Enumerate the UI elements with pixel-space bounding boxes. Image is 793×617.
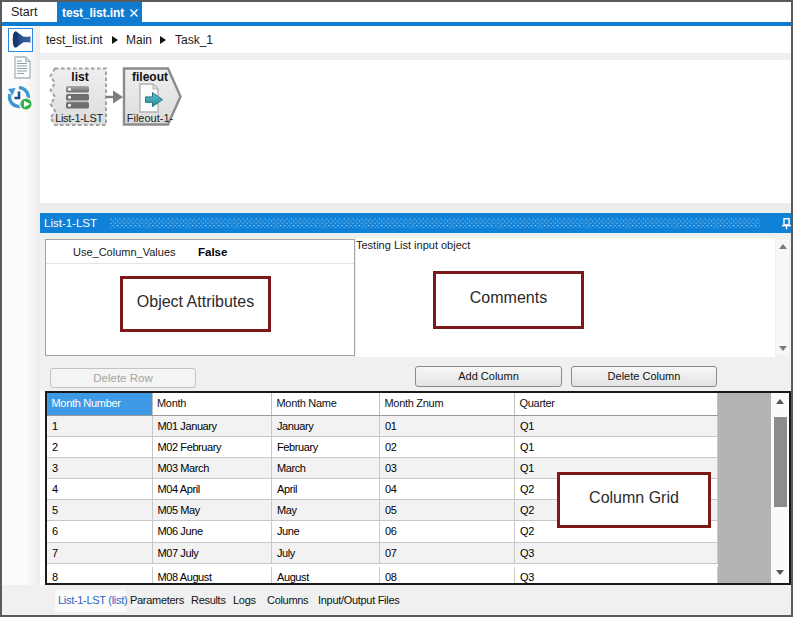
svg-text:fileout: fileout	[132, 70, 168, 84]
svg-text:Fileout-1-: Fileout-1-	[127, 112, 174, 124]
svg-text:List-1-LST: List-1-LST	[55, 112, 103, 124]
svg-text:list: list	[71, 70, 88, 84]
